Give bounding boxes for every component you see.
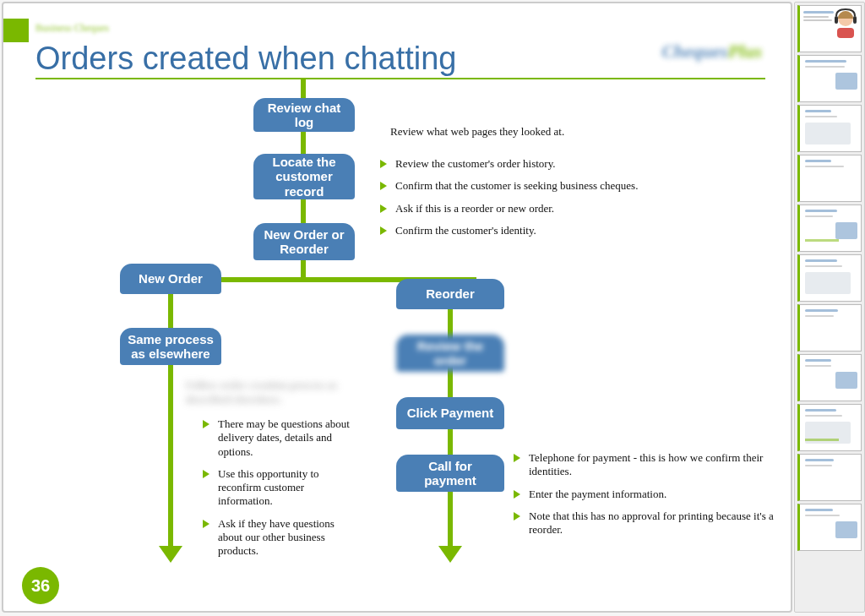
svg-rect-3	[837, 28, 854, 38]
blurred-note-new-order: Follow order creation process as describ…	[186, 379, 346, 407]
logo-suffix: Plus	[728, 41, 762, 62]
node-same-process: Same process as elsewhere	[120, 328, 221, 365]
bullet-item: Review the customer's order history.	[380, 157, 667, 171]
bullet-item: Note that this has no approval for print…	[514, 510, 775, 537]
node-click-payment: Click Payment	[396, 397, 504, 429]
node-review-chat: Review chat log	[253, 98, 355, 132]
node-label: New Order	[139, 271, 203, 286]
bullet-item: Confirm that the customer is seeking bus…	[380, 179, 667, 193]
bullet-item: Enter the payment information.	[514, 488, 775, 501]
bullets-payment: Telephone for payment - this is how we c…	[514, 451, 775, 545]
node-new-order: New Order	[120, 264, 221, 294]
thumbnail[interactable]	[797, 304, 862, 352]
bullet-item: There may be questions about delivery da…	[203, 417, 359, 459]
bullets-locate: Review the customer's order history.Conf…	[380, 157, 667, 246]
svg-rect-1	[835, 16, 838, 24]
node-locate-customer: Locate the customer record	[253, 154, 355, 199]
agent-headset-icon	[832, 8, 859, 38]
page-number-badge: 36	[22, 567, 59, 604]
node-label: Same process as elsewhere	[128, 332, 214, 362]
bullet-item: Telephone for payment - this is how we c…	[514, 451, 775, 479]
node-reorder: Reorder	[396, 279, 504, 309]
bullet-item: Use this opportunity to reconfirm custom…	[203, 467, 359, 509]
node-decision: New Order or Reorder	[253, 223, 355, 260]
thumbnail[interactable]	[797, 454, 862, 501]
logo-brand: Cheques	[661, 41, 727, 62]
section-label: Business Cheques	[35, 22, 109, 35]
connector-left	[168, 277, 173, 548]
node-label: Call for payment	[424, 459, 476, 488]
thumbnail[interactable]	[797, 55, 862, 102]
section-tab	[3, 19, 29, 42]
node-label: Review chat log	[260, 101, 348, 130]
note-review: Review what web pages they looked at.	[390, 125, 610, 139]
thumbnail[interactable]	[797, 5, 862, 52]
node-label: Click Payment	[407, 406, 494, 420]
node-blurred-step: Review the order	[396, 335, 504, 372]
node-label: Locate the customer record	[272, 155, 335, 199]
node-call-payment: Call for payment	[396, 455, 504, 492]
brand-logo: ChequesPlus	[661, 41, 762, 63]
node-label: Reorder	[426, 286, 475, 301]
thumbnail[interactable]	[797, 105, 862, 152]
thumbnail[interactable]	[797, 155, 862, 202]
bullet-item: Confirm the customer's identity.	[380, 224, 667, 237]
thumbnail[interactable]	[797, 204, 862, 252]
bullet-item: Ask if this is a reorder or new order.	[380, 202, 667, 215]
thumbnail[interactable]	[797, 254, 862, 302]
bullet-item: Ask if they have questions about our oth…	[203, 517, 359, 559]
slide: Business Cheques Orders created when cha…	[2, 2, 792, 613]
node-label: Review the order	[417, 339, 483, 368]
bullets-new-order: There may be questions about delivery da…	[203, 417, 359, 566]
arrow-left	[159, 546, 182, 563]
thumbnail[interactable]	[797, 354, 862, 401]
arrow-right	[438, 546, 462, 563]
page-title: Orders created when chatting	[35, 41, 457, 77]
svg-rect-2	[853, 16, 857, 24]
thumbnail[interactable]	[797, 504, 862, 551]
thumbnail-panel[interactable]	[794, 2, 865, 613]
node-label: New Order or Reorder	[264, 227, 344, 257]
flowchart: Review chat log Review what web pages th…	[3, 79, 791, 611]
thumbnail[interactable]	[797, 404, 862, 451]
